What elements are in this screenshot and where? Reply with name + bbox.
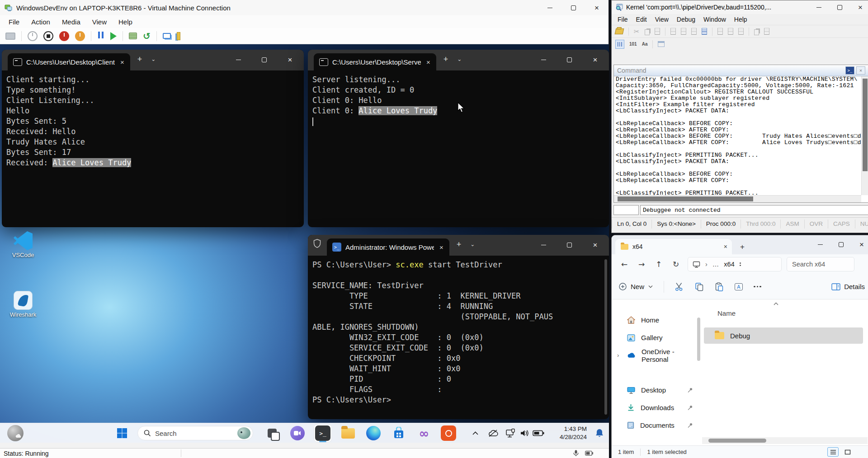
pane-close-icon[interactable]: ×	[856, 66, 865, 75]
volume-tray-button[interactable]	[519, 428, 531, 439]
command-pane-header[interactable]: Command >_ ×	[614, 65, 868, 76]
search-highlight-image[interactable]	[237, 427, 250, 439]
windbg-menu-item[interactable]: Window	[699, 16, 730, 23]
vm-close-button[interactable]: ×	[585, 0, 609, 15]
server-close-button[interactable]: ×	[582, 50, 608, 70]
tab-dropdown-icon[interactable]: ⌄	[457, 56, 462, 64]
sidebar-item-home[interactable]: Home	[612, 311, 700, 329]
font-icon[interactable]: Aa	[642, 42, 648, 47]
onedrive-tray-button[interactable]	[487, 428, 499, 439]
file-row-selected[interactable]: Debug	[704, 327, 863, 344]
memory-window-icon[interactable]: 101	[629, 42, 637, 47]
source-file-icon[interactable]	[681, 28, 686, 35]
new-tab-button[interactable]: +	[443, 55, 448, 66]
tab-close-icon[interactable]: ×	[438, 243, 445, 251]
client-minimize-button[interactable]	[226, 50, 251, 70]
windbg-menu-item[interactable]: Edit	[632, 16, 651, 23]
new-tab-button[interactable]: +	[457, 240, 462, 251]
shut-down-icon[interactable]	[59, 31, 69, 41]
details-toggle[interactable]: Details	[831, 283, 865, 290]
vm-menu-item[interactable]: Action	[25, 18, 56, 26]
command-window-icon[interactable]	[615, 40, 624, 49]
powershell-minimize-button[interactable]	[531, 235, 557, 255]
more-options-icon[interactable]	[754, 286, 761, 288]
vm-minimize-button[interactable]	[538, 0, 561, 15]
stop-debugging-icon[interactable]	[738, 28, 744, 35]
ctrl-alt-del-icon[interactable]	[5, 33, 15, 40]
powershell-scrollbar[interactable]	[604, 259, 607, 415]
windbg-menu-item[interactable]: Help	[730, 16, 751, 23]
close-source-icon[interactable]	[691, 28, 697, 35]
client-terminal-tab[interactable]: C:\Users\User\Desktop\Client ×	[8, 53, 130, 70]
step-icon[interactable]	[754, 29, 759, 35]
rename-icon[interactable]	[735, 283, 743, 290]
step-over-icon[interactable]	[764, 28, 769, 35]
copy-icon[interactable]	[645, 29, 650, 35]
taskbar-search-box[interactable]: Search	[137, 426, 253, 440]
windbg-minimize-button[interactable]	[808, 0, 829, 14]
vm-titlebar[interactable]: WindowsDevEnv on LAPTOP-K3KTE8R6 - Virtu…	[0, 0, 609, 15]
server-minimize-button[interactable]	[531, 50, 557, 70]
restart-icon[interactable]	[728, 28, 733, 35]
vm-menu-item[interactable]: Help	[113, 18, 138, 26]
cut-icon[interactable]	[675, 282, 684, 291]
revert-icon[interactable]: ↺	[143, 31, 151, 42]
enhanced-session-icon[interactable]	[163, 33, 171, 39]
powershell-close-button[interactable]: ×	[582, 235, 608, 255]
powershell-maximize-button[interactable]	[557, 235, 582, 255]
tab-dropdown-icon[interactable]: ⌄	[470, 241, 475, 249]
windbg-close-button[interactable]: ×	[850, 0, 868, 14]
turn-off-icon[interactable]	[43, 31, 53, 41]
open-file-icon[interactable]	[615, 28, 624, 34]
breakpoints-icon[interactable]	[702, 28, 707, 35]
start-button[interactable]	[113, 424, 131, 442]
client-terminal-output[interactable]: Client starting...Type something!Client …	[2, 70, 304, 172]
explorer-minimize-button[interactable]	[810, 235, 830, 253]
name-column-header[interactable]: Name	[717, 309, 736, 317]
edge-taskbar-button[interactable]	[364, 424, 382, 442]
refresh-button[interactable]: ↻	[668, 257, 684, 271]
forward-button[interactable]: →	[633, 257, 650, 271]
windbg-menu-item[interactable]: File	[613, 16, 632, 23]
copy-icon[interactable]	[695, 282, 704, 291]
client-maximize-button[interactable]	[251, 50, 277, 70]
desktop-icon-vscode[interactable]: VSCode	[5, 231, 41, 258]
tab-dropdown-icon[interactable]: ⌄	[151, 56, 156, 64]
sidebar-item-documents[interactable]: Documents	[612, 416, 700, 434]
breadcrumb-current-folder[interactable]: x64	[724, 261, 734, 268]
server-terminal-output[interactable]: Server listening...Client created, ID = …	[308, 70, 609, 131]
powershell-output[interactable]: PS C:\Users\User> sc.exe start TestDrive…	[308, 256, 609, 409]
display-settings-icon[interactable]	[177, 32, 180, 40]
breadcrumb-ellipsis[interactable]: …	[712, 261, 719, 268]
windbg-titlebar[interactable]: Kernel 'com:port=\\.\pipe\DriverDev,baud…	[612, 0, 868, 14]
tray-show-hidden-button[interactable]	[469, 428, 481, 439]
sidebar-item-gallery[interactable]: Gallery	[612, 329, 700, 346]
explorer-maximize-button[interactable]	[830, 235, 851, 253]
expand-chevron-icon[interactable]: ›	[617, 352, 619, 359]
powershell-tab[interactable]: Administrator: Windows PowerShell ×	[327, 238, 449, 256]
cut-icon[interactable]: ✂	[634, 28, 640, 36]
reset-icon[interactable]	[110, 32, 117, 40]
client-close-button[interactable]: ×	[277, 50, 303, 70]
windbg-menu-item[interactable]: View	[651, 16, 673, 23]
vm-maximize-button[interactable]	[561, 0, 585, 15]
explorer-tab[interactable]: x64 ×	[615, 239, 732, 254]
sort-ascending-icon[interactable]	[774, 302, 778, 305]
sidebar-item-desktop[interactable]: Desktop	[612, 381, 700, 399]
visual-studio-taskbar-button[interactable]: ∞	[415, 424, 433, 442]
save-state-icon[interactable]	[75, 31, 85, 41]
pane-dock-icon[interactable]: >_	[845, 66, 854, 75]
new-tab-button[interactable]: +	[740, 243, 745, 252]
vm-menu-item[interactable]: Media	[56, 18, 86, 26]
list-view-toggle[interactable]	[827, 447, 839, 457]
sidebar-item-downloads[interactable]: Downloads	[612, 399, 700, 416]
tab-close-icon[interactable]: ×	[119, 58, 126, 66]
large-icons-view-toggle[interactable]	[842, 447, 853, 457]
pause-icon[interactable]	[97, 32, 104, 40]
explorer-close-button[interactable]: ×	[851, 235, 868, 253]
command-input-field[interactable]: Debuggee not connected	[640, 205, 868, 215]
sidebar-item-onedrive[interactable]: › OneDrive - Personal	[612, 346, 700, 364]
server-terminal-tab[interactable]: C:\Users\User\Desktop\Server ×	[314, 53, 436, 70]
windbg-menu-item[interactable]: Debug	[673, 16, 699, 23]
sidebar-scrollbar[interactable]	[697, 318, 700, 361]
